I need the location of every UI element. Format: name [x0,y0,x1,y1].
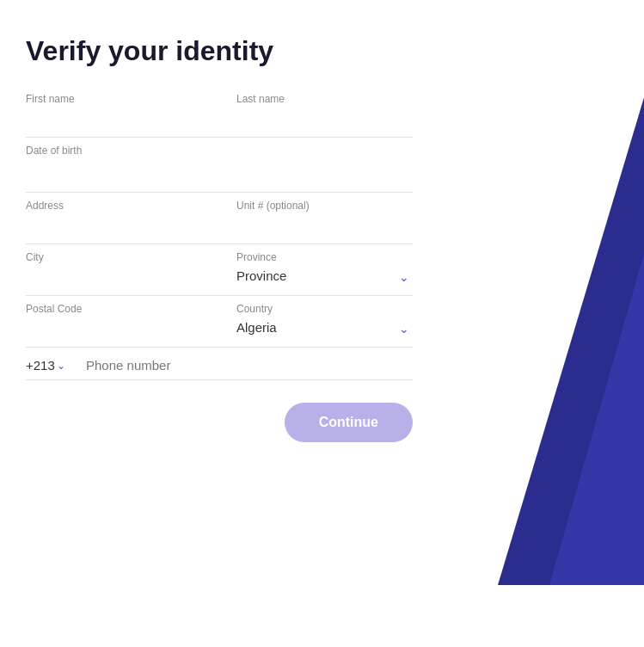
last-name-field: Last name [236,93,413,130]
last-name-input[interactable] [236,107,413,130]
city-input[interactable] [26,265,202,288]
city-field: City [26,251,202,288]
button-row: Continue [26,394,413,442]
dob-field: Date of birth [26,145,413,185]
phone-country-code[interactable]: +213 ⌄ [26,358,77,373]
unit-input[interactable] [236,213,413,237]
first-name-field: First name [26,93,202,130]
country-select[interactable]: Algeria Canada United States United King… [236,317,413,340]
page-container: Verify your identity First name Last nam… [0,0,644,647]
province-select[interactable]: Province Ontario Quebec British Columbia… [236,265,413,288]
name-row: First name Last name [26,93,413,138]
continue-button[interactable]: Continue [285,403,413,442]
phone-code-text: +213 [26,358,55,373]
unit-label: Unit # (optional) [236,200,413,212]
first-name-input[interactable] [26,107,202,130]
postal-country-row: Postal Code Country Algeria Canada Unite… [26,303,413,348]
country-select-wrapper: Algeria Canada United States United King… [236,317,413,340]
address-input[interactable] [26,213,202,237]
city-province-row: City Province Province Ontario Quebec Br… [26,251,413,296]
address-row: Address Unit # (optional) [26,200,413,244]
dob-label: Date of birth [26,145,413,157]
first-name-label: First name [26,93,202,105]
dob-row: Date of birth [26,145,413,193]
phone-code-chevron-icon: ⌄ [57,360,65,372]
city-label: City [26,251,202,263]
postal-code-label: Postal Code [26,303,202,315]
postal-code-field: Postal Code [26,303,202,340]
phone-row: +213 ⌄ [26,354,413,380]
country-field: Country Algeria Canada United States Uni… [236,303,413,340]
page-title: Verify your identity [26,34,413,67]
province-field: Province Province Ontario Quebec British… [236,251,413,288]
phone-input[interactable] [86,354,413,373]
country-label: Country [236,303,413,315]
form-section: Verify your identity First name Last nam… [0,0,439,647]
province-select-wrapper: Province Ontario Quebec British Columbia… [236,265,413,288]
deco-triangle-medium [549,224,644,585]
decorative-section [420,0,644,647]
address-label: Address [26,200,202,212]
unit-field: Unit # (optional) [236,200,413,237]
address-field: Address [26,200,202,237]
dob-input[interactable] [26,158,413,182]
province-label: Province [236,251,413,263]
last-name-label: Last name [236,93,413,105]
postal-code-input[interactable] [26,317,202,340]
